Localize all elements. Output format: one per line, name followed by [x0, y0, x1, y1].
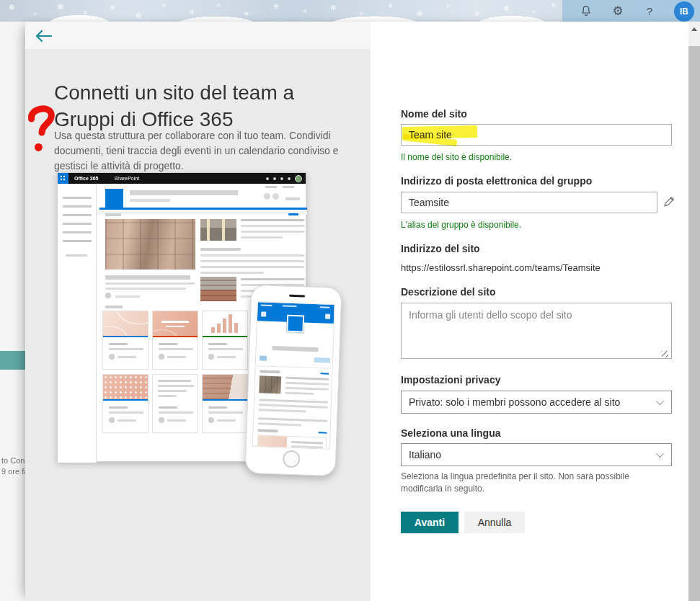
gear-icon[interactable]: ⚙ [611, 4, 625, 18]
placeholder-bar [208, 343, 227, 345]
snowflake-icon: ✳ [532, 9, 536, 15]
placeholder-bar [264, 193, 270, 200]
placeholder-bar [158, 395, 177, 397]
snowflake-icon: ❄ [9, 3, 15, 12]
placeholder-bar [109, 343, 128, 345]
placeholder-bar [285, 387, 329, 391]
phone-site-logo [286, 315, 304, 333]
phone-screen [252, 301, 335, 450]
privacy-select-value: Privato: solo i membri possono accedere … [409, 396, 620, 408]
mockup-card [152, 374, 198, 433]
placeholder-bar [130, 199, 170, 202]
placeholder-bar [118, 419, 136, 422]
mockup-card-image [203, 311, 247, 337]
bell-icon[interactable] [579, 4, 593, 18]
placeholder-bar [291, 445, 323, 449]
placeholder-bar [63, 197, 92, 199]
mockup-card-image [103, 375, 148, 401]
placeholder-bar [109, 411, 143, 414]
site-preview-illustration: Office 365 SharePoint [57, 172, 341, 476]
placeholder-bar [105, 288, 186, 290]
placeholder-bar [167, 356, 186, 358]
chevron-down-icon [656, 450, 664, 458]
placeholder-bar [285, 392, 314, 395]
placeholder-bar [208, 417, 214, 423]
phone-card [257, 435, 327, 450]
placeholder-bar [259, 399, 328, 403]
privacy-select[interactable]: Privato: solo i membri possono accedere … [401, 391, 672, 414]
site-description-label: Descrizione del sito [401, 286, 495, 298]
placeholder-bar [159, 348, 193, 350]
placeholder-bar [130, 190, 238, 195]
form-panel: Nome del sito Il nome del sito è disponi… [371, 22, 688, 601]
snowflake-icon: ❄ [503, 4, 509, 12]
dialog-title: Connetti un sito del team a Gruppi di Of… [54, 79, 350, 133]
scrollbar-thumb[interactable] [688, 46, 700, 601]
dialog-description: Usa questa struttura per collaborare con… [54, 128, 341, 174]
background-text-line: to Con [1, 455, 26, 466]
placeholder-bar [288, 213, 298, 215]
back-button[interactable] [34, 28, 53, 45]
placeholder-bar [109, 406, 128, 409]
placeholder-bar [259, 404, 328, 408]
background-text-line: 9 ore fa [1, 466, 26, 477]
snowflake-icon: ❄ [474, 10, 480, 17]
office-365-label: Office 365 [74, 176, 98, 181]
account-avatar[interactable]: IB [674, 1, 694, 22]
placeholder-bar [234, 323, 238, 333]
snowflake-icon: ❄ [244, 10, 249, 17]
language-help-text: Seleziona la lingua predefinita per il s… [401, 471, 673, 495]
next-button[interactable]: Avanti [401, 512, 458, 533]
language-select[interactable]: Italiano [401, 443, 672, 466]
placeholder-bar [63, 240, 92, 242]
placeholder-bar [283, 186, 294, 188]
placeholder-bar [118, 356, 136, 358]
scrollbar[interactable] [688, 22, 700, 601]
placeholder-bar [200, 272, 264, 274]
mockup-header-strip [97, 210, 307, 215]
snowflake-icon: ❄ [56, 1, 64, 12]
placeholder-bar [159, 406, 177, 409]
mockup-thumb-photo [200, 219, 236, 241]
cancel-button[interactable]: Annulla [464, 512, 525, 533]
background-teal-card [0, 351, 25, 370]
placeholder-bar [167, 419, 186, 422]
background-page: to Con 9 ore fa [0, 22, 25, 601]
placeholder-bar [63, 205, 92, 208]
placeholder-bar [105, 282, 195, 285]
snowflake-icon: ✳ [446, 3, 451, 9]
placeholder-bar [241, 225, 304, 227]
placeholder-bar [109, 417, 115, 423]
edit-pencil-icon[interactable] [662, 195, 676, 210]
placeholder-bar [325, 313, 330, 319]
placeholder-bar [229, 314, 232, 333]
group-email-input[interactable] [401, 192, 657, 213]
phone-mockup [244, 285, 342, 476]
top-bar-actions: ⚙ ? IB [562, 0, 700, 22]
top-bar: ❄✳❄❄✳❄❄✳❄❄✳❄❄✳❄❄✳❄❄✳❄❄✳❄ ⚙ ? IB [0, 0, 700, 22]
placeholder-bar [258, 409, 306, 412]
language-label: Seleziona una lingua [401, 427, 500, 439]
sharepoint-label: SharePoint [114, 176, 139, 181]
group-email-validation: L'alias del gruppo è disponibile. [401, 220, 521, 230]
site-description-textarea[interactable] [401, 303, 672, 359]
placeholder-bar [208, 406, 227, 409]
phone-photo [259, 375, 281, 393]
group-email-label: Indirizzo di posta elettronica del grupp… [401, 175, 592, 187]
chevron-down-icon [656, 397, 664, 405]
help-icon[interactable]: ? [642, 4, 657, 18]
scrollbar-up-arrow[interactable] [691, 27, 697, 31]
placeholder-bar [166, 326, 185, 327]
placeholder-bar [105, 306, 123, 308]
placeholder-bar [161, 321, 189, 323]
placeholder-bar [109, 354, 115, 360]
placeholder-bar [159, 417, 164, 423]
snowflake-icon: ❄ [388, 2, 394, 9]
placeholder-bar [261, 311, 266, 316]
placeholder-bar [285, 197, 300, 200]
placeholder-bar [109, 348, 143, 350]
snowflake-icon: ❄ [303, 9, 307, 14]
placeholder-bar [158, 380, 191, 382]
screen: ❄✳❄❄✳❄❄✳❄❄✳❄❄✳❄❄✳❄❄✳❄❄✳❄ ⚙ ? IB to Con 9… [0, 0, 700, 601]
placeholder-bar [200, 260, 304, 262]
